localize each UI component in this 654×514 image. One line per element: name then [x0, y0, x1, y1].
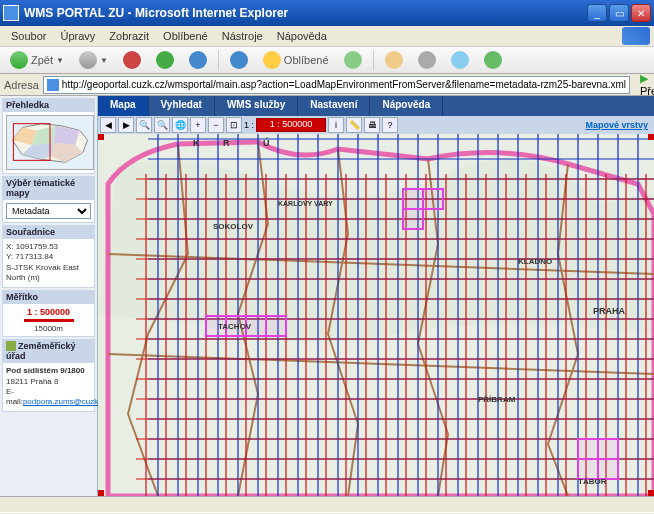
tool-extent[interactable]: ⊡ — [226, 117, 242, 133]
messenger-button[interactable] — [478, 49, 508, 71]
address-input[interactable]: http://geoportal.cuzk.cz/wmsportal/main.… — [43, 76, 630, 94]
star-icon — [263, 51, 281, 69]
tool-pan-left[interactable]: ◀ — [100, 117, 116, 133]
scale-input[interactable]: 1 : 500000 — [256, 118, 326, 132]
tool-pan-right[interactable]: ▶ — [118, 117, 134, 133]
tool-info[interactable]: i — [328, 117, 344, 133]
go-button[interactable]: ▶ Přejít — [634, 71, 654, 98]
svg-text:TACHOV: TACHOV — [218, 322, 252, 331]
svg-rect-109 — [648, 134, 654, 140]
forward-button[interactable]: ▼ — [73, 49, 114, 71]
svg-text:PRAHA: PRAHA — [593, 306, 626, 316]
menu-nastroje[interactable]: Nástroje — [215, 28, 270, 44]
tab-vyhledat[interactable]: Vyhledat — [149, 96, 215, 116]
address-label: Adresa — [4, 79, 39, 91]
layers-link[interactable]: Mapové vrstvy — [585, 120, 652, 130]
window-title: WMS PORTAL ZU - Microsoft Internet Explo… — [24, 6, 587, 20]
tool-zoom-minus[interactable]: − — [208, 117, 224, 133]
maximize-button[interactable]: ▭ — [609, 4, 629, 22]
mail-button[interactable] — [379, 49, 409, 71]
history-icon — [344, 51, 362, 69]
menu-oblibene[interactable]: Oblíbené — [156, 28, 215, 44]
minimize-button[interactable]: _ — [587, 4, 607, 22]
svg-rect-111 — [648, 490, 654, 496]
menu-zobrazit[interactable]: Zobrazit — [102, 28, 156, 44]
search-button[interactable] — [224, 49, 254, 71]
svg-rect-92 — [423, 189, 443, 209]
search-icon — [230, 51, 248, 69]
horizontal-scrollbar[interactable] — [0, 496, 654, 512]
scale-bar — [24, 319, 74, 322]
coord-y: Y: 717313.84 — [6, 252, 91, 262]
office-icon — [6, 341, 16, 351]
svg-text:KARLOVY VARY: KARLOVY VARY — [278, 200, 333, 207]
tab-wms[interactable]: WMS služby — [215, 96, 298, 116]
theme-select[interactable]: Metadata — [6, 203, 91, 219]
print-icon — [418, 51, 436, 69]
menu-upravy[interactable]: Úpravy — [53, 28, 102, 44]
svg-text:R: R — [223, 138, 230, 148]
svg-rect-110 — [98, 490, 104, 496]
overview-map[interactable] — [6, 115, 94, 170]
svg-text:PŘÍBRAM: PŘÍBRAM — [478, 395, 516, 404]
map-canvas[interactable]: K R Ú SOKOLOV KARLOVY VARY TACHOV KLADNO… — [98, 134, 654, 496]
edit-icon — [451, 51, 469, 69]
menu-napoveda[interactable]: Nápověda — [270, 28, 334, 44]
office-title: Zeměměřický úřad — [2, 339, 95, 364]
office-addr1: Pod sídlištěm 9/1800 — [6, 366, 91, 376]
page-icon — [47, 79, 59, 91]
edit-button[interactable] — [445, 49, 475, 71]
svg-text:K: K — [193, 138, 200, 148]
home-button[interactable] — [183, 49, 213, 71]
favorites-button[interactable]: Oblíbené — [257, 49, 335, 71]
coord-sys: S-JTSK Krovak East North (m) — [6, 263, 91, 284]
svg-rect-93 — [403, 209, 423, 229]
tool-help[interactable]: ? — [382, 117, 398, 133]
coords-title: Souřadnice — [2, 225, 95, 239]
svg-text:KLADNO: KLADNO — [518, 257, 552, 266]
tool-globe[interactable]: 🌐 — [172, 117, 188, 133]
svg-rect-94 — [578, 439, 598, 459]
menu-soubor[interactable]: Soubor — [4, 28, 53, 44]
ie-logo-icon — [622, 27, 650, 45]
refresh-icon — [156, 51, 174, 69]
svg-text:SOKOLOV: SOKOLOV — [213, 222, 254, 231]
forward-icon — [79, 51, 97, 69]
tool-measure[interactable]: 📏 — [346, 117, 362, 133]
chevron-down-icon: ▼ — [100, 56, 108, 65]
stop-button[interactable] — [117, 49, 147, 71]
scale-dist: 15000m — [6, 324, 91, 333]
stop-icon — [123, 51, 141, 69]
tool-zoom-out[interactable]: 🔍 — [154, 117, 170, 133]
close-button[interactable]: ✕ — [631, 4, 651, 22]
svg-rect-90 — [266, 316, 286, 336]
office-addr2: 18211 Praha 8 — [6, 377, 91, 387]
svg-rect-91 — [403, 189, 423, 209]
history-button[interactable] — [338, 49, 368, 71]
svg-rect-96 — [578, 459, 598, 479]
tool-zoom-in[interactable]: 🔍 — [136, 117, 152, 133]
tool-zoom-plus[interactable]: + — [190, 117, 206, 133]
svg-rect-97 — [598, 459, 618, 479]
tool-print[interactable]: 🖶 — [364, 117, 380, 133]
scale-title: Měřítko — [2, 290, 95, 304]
mail-icon — [385, 51, 403, 69]
messenger-icon — [484, 51, 502, 69]
print-button[interactable] — [412, 49, 442, 71]
svg-rect-108 — [98, 134, 104, 140]
refresh-button[interactable] — [150, 49, 180, 71]
tab-napoveda[interactable]: Nápověda — [370, 96, 443, 116]
tab-nastaveni[interactable]: Nastavení — [298, 96, 370, 116]
chevron-down-icon: ▼ — [56, 56, 64, 65]
svg-text:Ú: Ú — [263, 137, 270, 148]
scale-value: 1 : 500000 — [6, 307, 91, 317]
theme-title: Výběr tématické mapy — [2, 176, 95, 200]
back-button[interactable]: Zpět ▼ — [4, 49, 70, 71]
ie-app-icon — [3, 5, 19, 21]
coord-x: X: 1091759.53 — [6, 242, 91, 252]
home-icon — [189, 51, 207, 69]
tab-mapa[interactable]: Mapa — [98, 96, 149, 116]
svg-rect-95 — [598, 439, 618, 459]
overview-title: Přehledka — [2, 98, 95, 112]
office-email-link[interactable]: podpora.zums@cuzk.cz — [23, 397, 109, 406]
